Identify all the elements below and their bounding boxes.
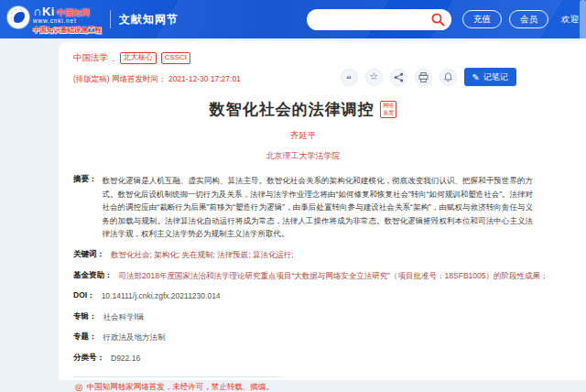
- cssci-badge: CSSCI: [161, 52, 190, 64]
- logo-url: www.cnki.net: [33, 18, 102, 25]
- clc-row: 分类号： D922.16: [73, 353, 533, 365]
- welcome-link[interactable]: 欢迎: [561, 14, 579, 26]
- doi-value: 10.14111/j.cnki.zgfx.20211230.014: [102, 290, 221, 302]
- copyright-notice-text: 中国知网独家网络首发，未经许可，禁止转载、摘编。: [87, 382, 274, 392]
- fund-label: 基金资助：: [73, 270, 113, 282]
- scrollbar-thumb[interactable]: [580, 0, 586, 81]
- quote-icon: “: [346, 74, 352, 84]
- top-header: ∩Ki 中国知网 www.cnki.net 中国知识基础设施工程 文献知网节 充…: [0, 0, 586, 38]
- search-button[interactable]: [430, 12, 446, 27]
- doi-row: DOI： 10.14111/j.cnki.zgfx.20211230.014: [73, 290, 533, 302]
- affiliation-link[interactable]: 北京理工大学法学院: [266, 151, 341, 160]
- topic-value: 行政法及地方法制: [103, 332, 166, 343]
- share-icon: [394, 72, 404, 82]
- clc-label: 分类号：: [73, 353, 104, 365]
- journal-link[interactable]: 中国法学: [73, 52, 108, 64]
- abstract-row: 摘要： 数智化逻辑是人机互融、虚实同构、算法主导。数智化社会关系的架构化和建模化…: [73, 174, 533, 241]
- topic-row: 专题： 行政法及地方法制: [73, 332, 533, 343]
- keywords-value[interactable]: 数智化社会; 架构化; 先在规制; 法律预嵌; 算法化运行;: [111, 249, 294, 261]
- clc-value: D922.16: [111, 353, 140, 365]
- member-button[interactable]: 会员: [509, 10, 548, 28]
- article-title: 数智化社会的法律调控: [210, 101, 374, 118]
- core-journal-badge: 北大核心: [120, 52, 157, 64]
- page: { "header": { "logo": { "latin": "∩Ki", …: [0, 0, 586, 392]
- version-note: (排版定稿): [73, 74, 110, 83]
- journal-separator: .: [113, 53, 115, 63]
- album-value: 社会科学Ⅰ辑: [103, 311, 145, 323]
- site-section-title: 文献知网节: [119, 12, 179, 27]
- printer-icon: [418, 72, 429, 82]
- first-publish-badge: 网络 首发: [380, 101, 396, 118]
- copyright-icon: ◎: [75, 383, 83, 392]
- print-button[interactable]: [415, 69, 432, 86]
- article-actions: “ ☆: [341, 68, 516, 86]
- topic-label: 专题：: [73, 332, 97, 343]
- title-block: 数智化社会的法律调控 网络 首发: [73, 99, 533, 120]
- search-icon: [430, 16, 446, 30]
- first-publish-badge-line1: 网络: [383, 103, 394, 110]
- header-divider: [110, 10, 111, 28]
- cnki-logo-text: ∩Ki 中国知网 www.cnki.net 中国知识基础设施工程: [33, 5, 102, 33]
- cnki-logo-icon: [7, 6, 29, 28]
- note-button[interactable]: ✎ 记笔记: [464, 68, 516, 86]
- star-icon: ☆: [369, 71, 378, 82]
- journal-row: 中国法学 . 北大核心 CSSCI: [73, 52, 533, 64]
- note-button-label: 记笔记: [483, 71, 508, 83]
- favorite-button[interactable]: ☆: [365, 69, 383, 86]
- keywords-row: 关键词： 数智化社会; 架构化; 先在规制; 法律预嵌; 算法化运行;: [73, 249, 533, 261]
- fund-row: 基金资助： 司法部2018年度国家法治和法学理论研究重点项目“大数据与网络安全立…: [73, 270, 533, 282]
- publish-time-label: 网络首发时间：: [112, 74, 167, 83]
- logo-brand-cn: 中国知网: [57, 9, 90, 17]
- album-label: 专辑：: [73, 311, 97, 323]
- keywords-label: 关键词：: [73, 249, 104, 261]
- affiliation-row: 北京理工大学法学院: [73, 150, 533, 162]
- alert-button[interactable]: [440, 69, 457, 86]
- publish-time-value: 2021-12-30 17:27:01: [168, 74, 241, 83]
- abstract-label: 摘要：: [73, 174, 97, 241]
- content-panel: 中国法学 . 北大核心 CSSCI (排版定稿) 网络首发时间： 2021-12…: [59, 41, 586, 380]
- album-row: 专辑： 社会科学Ⅰ辑: [73, 311, 533, 323]
- search-bar: [307, 9, 451, 30]
- copyright-notice: ◎ 中国知网独家网络首发，未经许可，禁止转载、摘编。: [73, 376, 283, 392]
- logo-slogan: 中国知识基础设施工程: [33, 27, 102, 34]
- pencil-icon: ✎: [472, 72, 480, 82]
- recharge-button[interactable]: 充值: [462, 10, 502, 28]
- share-button[interactable]: [390, 69, 407, 86]
- bell-icon: [443, 72, 453, 82]
- doi-label: DOI：: [73, 290, 95, 302]
- cite-button[interactable]: “: [341, 69, 358, 86]
- logo-latin: ∩Ki: [33, 5, 55, 17]
- fund-value[interactable]: 司法部2018年度国家法治和法学理论研究重点项目“大数据与网络安全立法研究”（项…: [119, 270, 548, 282]
- cnki-logo[interactable]: ∩Ki 中国知网 www.cnki.net 中国知识基础设施工程: [7, 5, 102, 33]
- abstract-text: 数智化逻辑是人机互融、虚实同构、算法主导。数智化社会关系的架构化和建模化，彻底改…: [103, 174, 534, 241]
- scrollbar[interactable]: [580, 0, 586, 392]
- author-row: 齐延平: [73, 130, 533, 142]
- author-link[interactable]: 齐延平: [290, 130, 317, 140]
- first-publish-badge-line2: 首发: [383, 110, 394, 117]
